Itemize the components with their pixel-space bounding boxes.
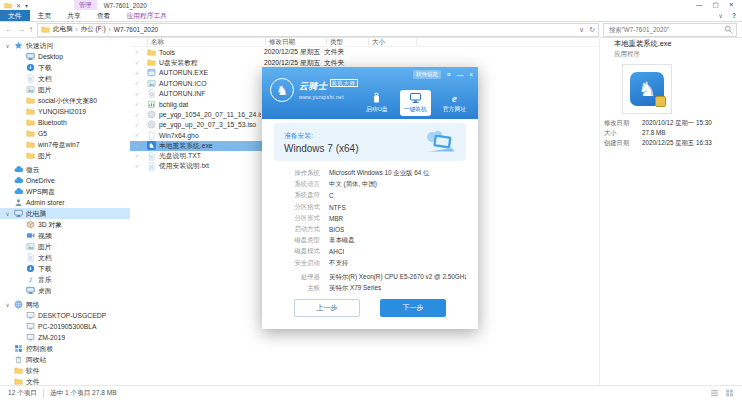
sidebar-item[interactable]: 文档 xyxy=(0,252,130,263)
sidebar-item[interactable]: Admin storer xyxy=(0,197,130,208)
search-icon[interactable] xyxy=(724,25,733,34)
search-input[interactable] xyxy=(607,25,724,34)
up-icon[interactable]: ↑ xyxy=(29,26,33,34)
sidebar-item[interactable]: 下载 xyxy=(0,263,130,274)
sidebar-item[interactable]: ∨此电脑 xyxy=(0,208,130,219)
sidebar-item-label: 控制面板 xyxy=(26,344,53,354)
column-header[interactable]: 修改日期 xyxy=(266,38,327,45)
next-step-button[interactable]: 下一步 xyxy=(380,299,446,317)
spec-row: 系统语言中文 (简体, 中国) xyxy=(274,179,466,190)
file-name: AUTORUN.EXE xyxy=(144,68,261,77)
column-header[interactable]: 类型 xyxy=(327,38,369,45)
sidebar-item[interactable]: 3D 对象 xyxy=(0,219,130,230)
sidebar-item[interactable]: social小伙伴文案80 xyxy=(0,95,130,106)
dialog-close-icon[interactable]: × xyxy=(469,71,473,78)
dialog-nav-item[interactable]: e官方网址 xyxy=(439,90,470,116)
sidebar-item[interactable]: ♪音乐 xyxy=(0,274,130,285)
sidebar-item[interactable]: 图片 xyxy=(0,241,130,252)
knight-icon: ♞ xyxy=(147,141,156,150)
spec-label: 分区格式 xyxy=(274,203,320,212)
status-column-header xyxy=(130,38,148,45)
sidebar-item[interactable]: 文档 xyxy=(0,73,130,84)
download-icon xyxy=(26,264,35,273)
sidebar-item[interactable]: ZM-2019 xyxy=(0,332,130,343)
previous-step-button[interactable]: 上一步 xyxy=(294,299,360,317)
spec-label: 操作系统 xyxy=(274,169,320,178)
pc-icon xyxy=(26,333,35,342)
spec-row: 分区格式NTFS xyxy=(274,202,466,213)
column-header[interactable]: 名称 xyxy=(148,38,266,45)
sidebar-item[interactable]: 控制面板 xyxy=(0,343,130,354)
ribbon-tab[interactable]: 应用程序工具 xyxy=(118,10,175,21)
software-info-button[interactable]: 软件信息 xyxy=(413,70,441,79)
sidebar-item[interactable]: 桌面 xyxy=(0,285,130,296)
ribbon-expand-icon[interactable]: ∨ xyxy=(718,12,723,20)
close-button[interactable]: ✕ xyxy=(729,1,734,9)
navigation-pane: ∨快速访问Desktop下载文档图片social小伙伴文案80YUNQISHI2… xyxy=(0,37,130,386)
star-icon xyxy=(14,41,23,50)
qat-customize-icon[interactable]: ▾ xyxy=(25,2,28,9)
sidebar-item[interactable]: 视频 xyxy=(0,230,130,241)
menu-icon[interactable]: ≡ xyxy=(447,71,451,78)
qat-close-icon[interactable]: ✕ xyxy=(16,2,21,9)
file-name: pe_yqp_1054_20_07_11_16_24.iso xyxy=(144,110,261,119)
sidebar-item[interactable]: Bluetooth xyxy=(0,117,130,128)
details-row: 大小27.8 MB xyxy=(604,129,740,139)
context-tab-label[interactable]: 管理 xyxy=(74,0,97,10)
sidebar-item[interactable]: ∨快速访问 xyxy=(0,40,130,51)
sidebar-item[interactable]: PC-201905300BLA xyxy=(0,321,130,332)
thumbnail-view-icon[interactable] xyxy=(725,389,734,398)
details-view-icon[interactable] xyxy=(710,389,719,398)
back-icon[interactable]: ← xyxy=(5,26,13,34)
chevron-down-icon[interactable]: ∨ xyxy=(4,302,11,308)
sidebar-item[interactable]: 微云 xyxy=(0,164,130,175)
app-icon xyxy=(147,68,156,77)
status-mark-icon: ✓ xyxy=(130,49,144,55)
spec-row: 磁盘类型基本磁盘 xyxy=(274,235,466,246)
file-name: Win7x64.gho xyxy=(144,131,261,140)
sidebar-item[interactable]: OneDrive xyxy=(0,175,130,186)
ribbon-tab[interactable]: 共享 xyxy=(59,10,89,21)
breadcrumb-segment[interactable]: 办公 (F:) xyxy=(81,25,106,34)
sidebar-item[interactable]: Desktop xyxy=(0,51,130,62)
address-box[interactable]: 此电脑 › 办公 (F:) › W7-7601_2020 ∨ ↻ xyxy=(37,23,599,37)
dialog-minimize-icon[interactable]: — xyxy=(457,71,464,78)
explorer-folder-icon[interactable] xyxy=(4,1,12,9)
column-header[interactable]: 大小 xyxy=(369,38,417,45)
chevron-down-icon[interactable]: ∨ xyxy=(4,211,11,217)
folder-icon xyxy=(26,151,35,160)
breadcrumb-segment[interactable]: W7-7601_2020 xyxy=(114,26,158,33)
sidebar-item[interactable]: YUNQISHI2019 xyxy=(0,106,130,117)
sidebar-item-label: 文档 xyxy=(38,74,52,84)
page-icon xyxy=(147,131,156,140)
sidebar-item[interactable]: win7母盘win7 xyxy=(0,139,130,150)
sidebar-item[interactable]: 图片 xyxy=(0,84,130,95)
sidebar-item[interactable]: 图片 xyxy=(0,150,130,161)
file-row[interactable]: ✓Tools2020/12/25 星期五 1...文件夹 xyxy=(130,47,460,57)
details-label: 大小 xyxy=(604,129,642,139)
sidebar-item[interactable]: DESKTOP-USGCEDP xyxy=(0,310,130,321)
breadcrumb-segment[interactable]: 此电脑 xyxy=(53,25,73,34)
chevron-down-icon[interactable]: ∨ xyxy=(4,43,11,49)
sidebar-item[interactable]: 下载 xyxy=(0,62,130,73)
forward-icon[interactable]: → xyxy=(17,26,25,34)
ribbon-tab[interactable]: 主页 xyxy=(30,10,60,21)
address-dropdown-icon[interactable]: ∨ xyxy=(579,26,584,34)
ribbon-tabs: 文件主页共享查看应用程序工具 ∨ ? xyxy=(0,10,742,22)
maximize-button[interactable]: ▢ xyxy=(712,1,718,9)
spec-value: 中文 (简体, 中国) xyxy=(329,180,377,189)
help-icon[interactable]: ? xyxy=(732,12,736,19)
minimize-button[interactable]: — xyxy=(696,1,703,9)
refresh-icon[interactable]: ↻ xyxy=(589,26,595,34)
status-mark-icon: ✓ xyxy=(130,91,144,97)
dialog-nav-active[interactable]: 一键装机 xyxy=(400,90,431,116)
sidebar-item[interactable]: WPS网盘 xyxy=(0,186,130,197)
sidebar-item[interactable]: G5 xyxy=(0,128,130,139)
ribbon-tab[interactable]: 查看 xyxy=(89,10,119,21)
sidebar-item[interactable]: 回收站 xyxy=(0,354,130,365)
ribbon-tab[interactable]: 文件 xyxy=(0,10,30,21)
sidebar-item[interactable]: 软件 xyxy=(0,365,130,376)
dialog-nav-item[interactable]: 启动U盘 xyxy=(362,90,392,116)
sidebar-item[interactable]: ∨网络 xyxy=(0,299,130,310)
doc-icon xyxy=(26,253,35,262)
